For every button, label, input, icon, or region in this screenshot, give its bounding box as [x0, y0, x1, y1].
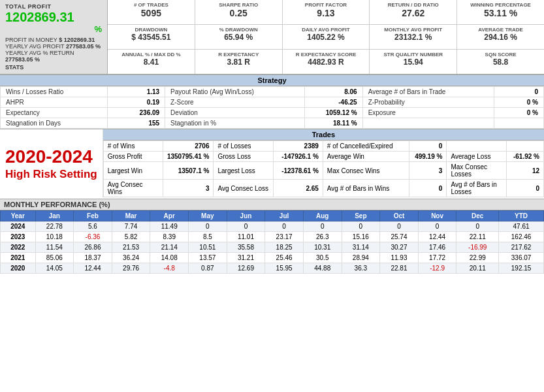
monthly-cell: 11.93	[380, 253, 419, 263]
trades-table: # of Wins 2706 # of Losses 2389 # of Can…	[103, 140, 544, 197]
strategy-row-3: Expectancy 236.09 Deviation 1059.12 % Ex…	[1, 108, 544, 118]
monthly-cell: 29.76	[112, 263, 150, 274]
monthly-cell: 26.3	[303, 232, 342, 242]
top-section: TOTAL PROFIT 1202869.31 % PROFIT IN MONE…	[0, 0, 544, 75]
stats-row-1: # OF TRADES 5095 SHARPE RATIO 0.25 PROFI…	[108, 0, 544, 25]
total-profit-percent: %	[5, 24, 102, 34]
col-year: Year	[1, 211, 36, 221]
monthly-cell: 11.54	[35, 242, 74, 253]
monthly-cell: 26.86	[74, 242, 112, 253]
col-jun: Jun	[227, 211, 265, 221]
stat-r-expectancy: R EXPECTANCY 3.81 R	[195, 50, 283, 74]
stat-annual-dd: ANNUAL % / MAX DD % 8.41	[108, 50, 195, 74]
yearly-return-value: 277583.05 %	[5, 56, 102, 63]
monthly-table: Year Jan Feb Mar Apr May Jun Jul Aug Sep…	[0, 210, 544, 274]
monthly-cell: 15.16	[342, 232, 380, 242]
total-profit-value: 1202869.31	[5, 10, 102, 24]
monthly-cell: 36.3	[342, 263, 380, 274]
strategy-header: Strategy	[0, 75, 544, 86]
monthly-cell: 0	[342, 221, 380, 232]
monthly-cell: 5.82	[112, 232, 150, 242]
monthly-cell: 30.27	[380, 242, 419, 253]
monthly-cell: 17.46	[418, 242, 456, 253]
stat-daily-avg: DAILY AVG PROFIT 1405.22 %	[283, 25, 370, 49]
monthly-cell: 14.05	[35, 263, 74, 274]
monthly-year: 2022	[1, 242, 36, 253]
stat-return-dd: RETURN / DD RATIO 27.62	[370, 0, 457, 24]
monthly-row: 202422.785.67.7411.490000000047.61	[1, 221, 544, 232]
col-dec: Dec	[456, 211, 499, 221]
trades-header: Trades	[103, 129, 544, 140]
monthly-cell: 22.78	[35, 221, 74, 232]
monthly-cell: 336.07	[499, 253, 544, 263]
trades-wrapper: 2020-2024 High Risk Setting Trades # of …	[0, 129, 544, 197]
monthly-cell: 35.58	[227, 242, 265, 253]
col-aug: Aug	[303, 211, 342, 221]
monthly-title: MONTHLY PERFORMANCE (%)	[0, 199, 544, 210]
monthly-cell: 0	[380, 221, 419, 232]
yearly-return-label: YEARLY AVG % RETURN	[5, 50, 102, 56]
stat-sharpe: SHARPE RATIO 0.25	[195, 0, 283, 24]
monthly-cell: 14.08	[150, 253, 189, 263]
monthly-cell: 0	[418, 221, 456, 232]
col-nov: Nov	[418, 211, 456, 221]
monthly-cell: 30.5	[303, 253, 342, 263]
strategy-section: Wins / Losses Ratio 1.13 Payout Ratio (A…	[0, 86, 544, 129]
profit-money-label: PROFIT IN MONEY	[5, 37, 57, 43]
monthly-cell: 18.25	[265, 242, 304, 253]
monthly-cell: 18.37	[74, 253, 112, 263]
col-oct: Oct	[380, 211, 419, 221]
monthly-cell: 0	[227, 221, 265, 232]
stats-row-2: DRAWDOWN $ 43545.51 % DRAWDOWN 65.94 % D…	[108, 25, 544, 50]
monthly-row: 202014.0512.4429.76-4.80.8712.6915.9544.…	[1, 263, 544, 274]
monthly-header-row: Year Jan Feb Mar Apr May Jun Jul Aug Sep…	[1, 211, 544, 221]
monthly-cell: 217.62	[499, 242, 544, 253]
stats-grid: # OF TRADES 5095 SHARPE RATIO 0.25 PROFI…	[108, 0, 544, 74]
monthly-cell: 20.11	[456, 263, 499, 274]
monthly-cell: 192.15	[499, 263, 544, 274]
monthly-cell: 31.21	[227, 253, 265, 263]
col-ytd: YTD	[499, 211, 544, 221]
monthly-cell: 10.51	[189, 242, 227, 253]
yearly-avg-value: 277583.05 %	[66, 43, 101, 50]
col-jan: Jan	[35, 211, 74, 221]
monthly-cell: 25.46	[265, 253, 304, 263]
monthly-year: 2023	[1, 232, 36, 242]
stats-label: STATS	[5, 64, 102, 71]
stat-str-quality: STR QUALITY NUMBER 15.94	[370, 50, 457, 74]
stat-winning-pct: WINNING PERCENTAGE 53.11 %	[457, 0, 544, 24]
trades-row-4: Avg Consec Wins 3 Avg Consec Loss 2.65 A…	[103, 180, 543, 197]
stat-drawdown: DRAWDOWN $ 43545.51	[108, 25, 195, 49]
stat-monthly-avg: MONTHLY AVG PROFIT 23132.1 %	[370, 25, 457, 49]
monthly-cell: 11.49	[150, 221, 189, 232]
trades-row-1: # of Wins 2706 # of Losses 2389 # of Can…	[103, 141, 543, 152]
yearly-avg-label: YEARLY AVG PROFIT	[5, 43, 64, 50]
monthly-cell: 8.5	[189, 232, 227, 242]
stat-trades: # OF TRADES 5095	[108, 0, 195, 24]
monthly-cell: 22.99	[456, 253, 499, 263]
monthly-year: 2020	[1, 263, 36, 274]
col-feb: Feb	[74, 211, 112, 221]
monthly-cell: 7.74	[112, 221, 150, 232]
monthly-cell: 25.74	[380, 232, 419, 242]
monthly-cell: 0	[265, 221, 304, 232]
total-profit-box: TOTAL PROFIT 1202869.31 % PROFIT IN MONE…	[0, 0, 108, 74]
monthly-cell: 10.31	[303, 242, 342, 253]
monthly-cell: 15.95	[265, 263, 304, 274]
stat-avg-trade: AVERAGE TRADE 294.16 %	[457, 25, 544, 49]
monthly-cell: 162.46	[499, 232, 544, 242]
monthly-cell: -12.9	[418, 263, 456, 274]
monthly-cell: -16.99	[456, 242, 499, 253]
monthly-cell: 36.24	[112, 253, 150, 263]
monthly-year: 2024	[1, 221, 36, 232]
monthly-cell: 22.11	[456, 232, 499, 242]
trades-row-3: Largest Win 13507.1 % Largest Loss -1237…	[103, 162, 543, 180]
trades-row-2: Gross Profit 1350795.41 % Gross Loss -14…	[103, 152, 543, 162]
stat-trades-label: # OF TRADES	[110, 2, 192, 8]
strategy-table: Wins / Losses Ratio 1.13 Payout Ratio (A…	[0, 86, 544, 129]
stat-pct-drawdown: % DRAWDOWN 65.94 %	[195, 25, 283, 49]
monthly-cell: -6.36	[74, 232, 112, 242]
monthly-cell: 12.44	[74, 263, 112, 274]
monthly-cell: 5.6	[74, 221, 112, 232]
total-profit-label: TOTAL PROFIT	[5, 3, 102, 10]
